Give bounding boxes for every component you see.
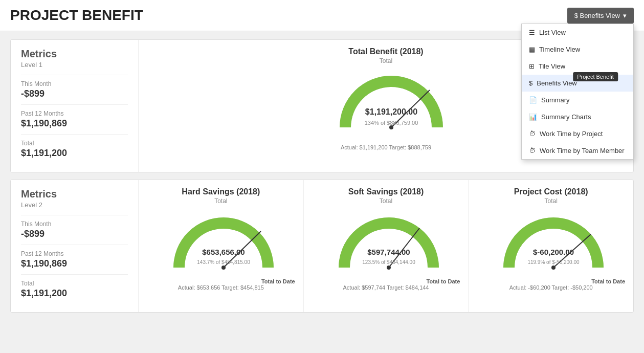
metric-row-this-month-1: This Month -$899 xyxy=(21,75,128,104)
chart-footer-label-project-cost: Total to Date xyxy=(591,278,625,284)
menu-label-work-time-project: Work Time by Project xyxy=(540,130,603,138)
dollar-icon: $ xyxy=(529,79,532,87)
metric-label-this-month-2: This Month xyxy=(21,220,128,228)
chart-icon: 📊 xyxy=(529,113,537,121)
svg-text:$-60,200.00: $-60,200.00 xyxy=(533,248,574,256)
menu-label-benefits-view: Benefits View xyxy=(537,79,577,87)
tile-icon: ⊞ xyxy=(529,62,535,70)
metric-label-past12-1: Past 12 Months xyxy=(21,110,128,117)
metric-value-past12-2: $1,190,869 xyxy=(21,258,128,269)
menu-label-list-view: List View xyxy=(539,29,566,36)
chart-subtitle-soft-savings: Total xyxy=(312,197,460,205)
chart-footer-soft-savings: Total to Date xyxy=(312,278,460,284)
metric-row-this-month-2: This Month -$899 xyxy=(21,215,128,245)
menu-item-summary-charts[interactable]: 📊 Summary Charts xyxy=(522,108,633,125)
chart-subtitle-project-cost: Total xyxy=(477,197,625,205)
chart-footer-actual-project-cost: Actual: -$60,200 Target: -$50,200 xyxy=(477,284,625,291)
chart-card-project-cost: Project Cost (2018) Total $-60,200.00 11… xyxy=(469,180,633,312)
chart-footer-actual-hard-savings: Actual: $653,656 Target: $454,815 xyxy=(147,284,295,291)
timer-project-icon: ⏱ xyxy=(529,130,536,138)
metric-value-this-month-1: -$899 xyxy=(21,89,128,99)
menu-item-benefits-view[interactable]: $ Benefits View Project Benefit xyxy=(522,75,633,92)
chart-subtitle-hard-savings: Total xyxy=(147,197,295,205)
svg-point-9 xyxy=(387,266,391,270)
svg-point-5 xyxy=(221,266,226,270)
chart-title-soft-savings: Soft Savings (2018) xyxy=(312,187,460,196)
svg-text:123.5% of $484,144.00: 123.5% of $484,144.00 xyxy=(362,259,415,265)
metric-value-total-2: $1,191,200 xyxy=(21,288,128,299)
menu-item-work-time-project[interactable]: ⏱ Work Time by Project xyxy=(522,125,633,142)
metric-label-past12-2: Past 12 Months xyxy=(21,250,128,257)
svg-point-1 xyxy=(389,125,393,129)
chart-card-soft-savings: Soft Savings (2018) Total $597,744.00 12… xyxy=(304,180,469,312)
metric-label-this-month-1: This Month xyxy=(21,80,128,87)
view-dropdown-button[interactable]: $ Benefits View ▾ xyxy=(567,8,634,24)
svg-text:134% of $888,759.00: 134% of $888,759.00 xyxy=(364,120,418,126)
menu-label-work-time-team: Work Time by Team Member xyxy=(540,147,625,155)
gauge-svg-total-benefit: $1,191,200.00 134% of $888,759.00 xyxy=(335,69,448,135)
metric-label-total-1: Total xyxy=(21,140,128,147)
metric-label-total-2: Total xyxy=(21,280,128,287)
charts-area-2: Hard Savings (2018) Total $653,656.00 14… xyxy=(139,180,633,312)
list-icon: ☰ xyxy=(529,29,535,36)
chart-title-project-cost: Project Cost (2018) xyxy=(477,187,625,196)
metrics-panel-2: Metrics Level 2 This Month -$899 Past 12… xyxy=(11,180,139,312)
menu-item-tile-view[interactable]: ⊞ Tile View xyxy=(522,58,633,75)
menu-label-tile-view: Tile View xyxy=(539,62,565,70)
svg-text:$653,656.00: $653,656.00 xyxy=(202,248,245,256)
svg-text:143.7% of $454,815.00: 143.7% of $454,815.00 xyxy=(197,259,250,265)
gauge-hard-savings: $653,656.00 143.7% of $454,815.00 xyxy=(170,209,272,275)
menu-item-list-view[interactable]: ☰ List View xyxy=(522,24,633,41)
dropdown-menu: ☰ List View ▦ Timeline View ⊞ Tile View … xyxy=(521,24,634,160)
metrics-level-2: Level 2 xyxy=(21,201,128,209)
gauge-soft-savings: $597,744.00 123.5% of $484,144.00 xyxy=(335,209,437,275)
section-2: Metrics Level 2 This Month -$899 Past 12… xyxy=(10,180,634,313)
menu-label-summary: Summary xyxy=(541,96,570,104)
menu-item-timeline-view[interactable]: ▦ Timeline View xyxy=(522,41,633,58)
chart-footer-label-soft-savings: Total to Date xyxy=(427,278,460,284)
doc-icon: 📄 xyxy=(529,96,537,104)
metric-row-total-2: Total $1,191,200 xyxy=(21,274,128,304)
svg-text:119.9% of $-50,200.00: 119.9% of $-50,200.00 xyxy=(528,259,580,265)
svg-text:$597,744.00: $597,744.00 xyxy=(367,248,410,256)
top-bar: PROJECT BENEFIT $ Benefits View ▾ ☰ List… xyxy=(0,0,644,31)
gauge-svg-hard-savings: $653,656.00 143.7% of $454,815.00 xyxy=(170,209,277,275)
view-btn-label: $ Benefits View xyxy=(574,12,620,19)
page-title: PROJECT BENEFIT xyxy=(10,7,143,24)
timer-team-icon: ⏱ xyxy=(529,147,536,155)
menu-label-summary-charts: Summary Charts xyxy=(541,113,591,121)
menu-item-work-time-team[interactable]: ⏱ Work Time by Team Member xyxy=(522,142,633,159)
metrics-title-2: Metrics xyxy=(21,188,128,200)
view-dropdown-container: $ Benefits View ▾ ☰ List View ▦ Timeline… xyxy=(567,8,634,24)
chevron-down-icon: ▾ xyxy=(623,12,627,19)
menu-item-summary[interactable]: 📄 Summary xyxy=(522,92,633,108)
metrics-title-1: Metrics xyxy=(21,48,128,60)
svg-point-13 xyxy=(551,266,556,270)
chart-footer-actual-soft-savings: Actual: $597,744 Target: $484,144 xyxy=(312,284,460,291)
metric-row-past12-1: Past 12 Months $1,190,869 xyxy=(21,104,128,134)
metrics-panel-1: Metrics Level 1 This Month -$899 Past 12… xyxy=(11,40,139,172)
gauge-total-benefit: $1,191,200.00 134% of $888,759.00 xyxy=(335,69,437,135)
metric-value-past12-1: $1,190,869 xyxy=(21,118,128,129)
metrics-level-1: Level 1 xyxy=(21,61,128,69)
calendar-icon: ▦ xyxy=(529,46,535,53)
gauge-svg-soft-savings: $597,744.00 123.5% of $484,144.00 xyxy=(335,209,442,275)
gauge-svg-project-cost: $-60,200.00 119.9% of $-50,200.00 xyxy=(500,209,607,275)
metric-value-total-1: $1,191,200 xyxy=(21,148,128,159)
chart-footer-label-hard-savings: Total to Date xyxy=(261,278,295,284)
menu-label-timeline-view: Timeline View xyxy=(539,46,580,53)
chart-title-hard-savings: Hard Savings (2018) xyxy=(147,187,295,196)
metric-row-past12-2: Past 12 Months $1,190,869 xyxy=(21,245,128,274)
chart-footer-project-cost: Total to Date xyxy=(477,278,625,284)
svg-text:$1,191,200.00: $1,191,200.00 xyxy=(365,107,417,116)
metric-row-total-1: Total $1,191,200 xyxy=(21,134,128,164)
gauge-project-cost: $-60,200.00 119.9% of $-50,200.00 xyxy=(500,209,602,275)
chart-footer-hard-savings: Total to Date xyxy=(147,278,295,284)
metric-value-this-month-2: -$899 xyxy=(21,229,128,239)
chart-card-hard-savings: Hard Savings (2018) Total $653,656.00 14… xyxy=(139,180,304,312)
